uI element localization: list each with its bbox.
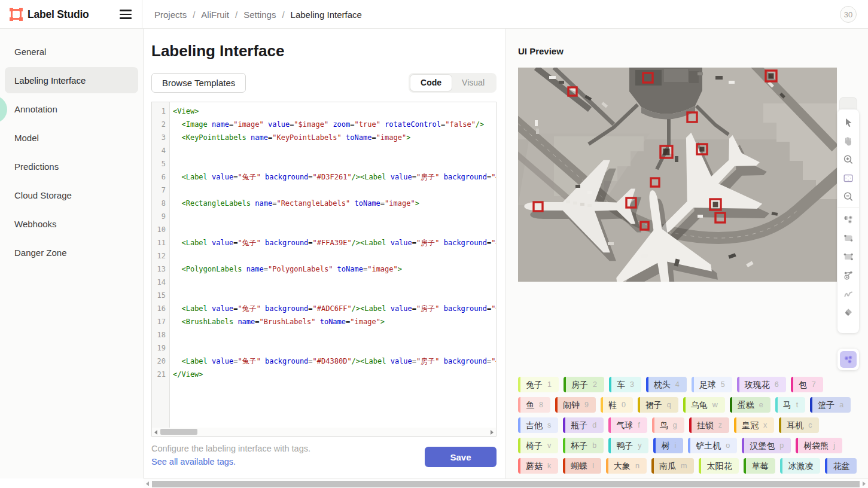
fit-screen-tool-icon[interactable] <box>839 169 858 187</box>
top-bar: Label Studio Projects / AliFruit / Setti… <box>0 0 868 29</box>
label-tag[interactable]: 大象 n <box>606 458 647 474</box>
line-number: 15 <box>152 289 170 302</box>
label-tag[interactable]: 皇冠 x <box>734 417 774 433</box>
label-row: 兔子 1 房子 2 车 3 枕头 4 足球 <box>518 377 864 392</box>
line-code <box>170 184 173 197</box>
line-number: 6 <box>152 170 170 184</box>
label-tag[interactable]: 树袋熊 j <box>796 438 842 453</box>
sidebar-item[interactable]: Model <box>5 124 138 151</box>
sidebar-item[interactable]: Labeling Interface <box>5 67 138 93</box>
label-hotkey: s <box>547 421 551 429</box>
line-code: <Label value="兔子" background="#D3F261"/>… <box>170 170 496 184</box>
label-tag[interactable]: 吉他 s <box>518 417 558 433</box>
sidebar-item[interactable]: Cloud Storage <box>5 182 138 208</box>
line-code: </View> <box>170 368 203 381</box>
polygon-tool-icon[interactable] <box>839 266 858 284</box>
label-tag[interactable]: 耳机 c <box>779 417 819 433</box>
label-tag[interactable]: 闹钟 9 <box>555 397 596 413</box>
label-tag[interactable]: 树 i <box>653 438 683 453</box>
label-tag[interactable]: 鱼 8 <box>518 397 550 413</box>
line-code: <Image name="image" value="$image" zoom=… <box>170 118 484 131</box>
line-number: 9 <box>152 210 170 223</box>
label-tag[interactable]: 鸭子 y <box>608 438 648 453</box>
page-scroll-left-arrow-icon[interactable] <box>146 481 149 486</box>
breadcrumb-separator: / <box>282 10 284 20</box>
label-tag[interactable]: 兔子 1 <box>518 377 559 392</box>
label-tag[interactable]: 椅子 v <box>518 438 558 453</box>
code-line: 10 <box>152 223 496 236</box>
label-tag[interactable]: 篮子 a <box>810 397 851 413</box>
breadcrumb-item[interactable]: Labeling Interface / <box>291 10 362 20</box>
preview-image[interactable] <box>518 68 837 282</box>
label-tag[interactable]: 马 t <box>775 397 805 413</box>
label-tag[interactable]: 鞋 0 <box>601 397 633 413</box>
code-line: 18 <box>152 328 496 341</box>
toggle-visual[interactable]: Visual <box>452 75 495 91</box>
browse-templates-button[interactable]: Browse Templates <box>151 73 246 93</box>
editor-scrollbar-thumb[interactable] <box>160 429 197 435</box>
pan-hand-tool-icon[interactable] <box>839 132 858 150</box>
label-tag[interactable]: 房子 2 <box>564 377 604 392</box>
label-text: 南瓜 <box>659 458 676 474</box>
breadcrumb-item[interactable]: Projects / <box>154 10 201 20</box>
label-tag[interactable]: 瓶子 d <box>563 417 604 433</box>
label-tag[interactable]: 冰激凌 <box>780 458 820 474</box>
sidebar-item[interactable]: Webhooks <box>5 211 138 237</box>
label-tag[interactable]: 挂锁 z <box>689 417 729 433</box>
label-tag[interactable]: 足球 5 <box>692 377 732 392</box>
label-tag[interactable]: 太阳花 <box>699 458 739 474</box>
label-tag[interactable]: 蝴蝶 l <box>563 458 601 474</box>
label-tag[interactable]: 花盆 <box>825 458 857 474</box>
sidebar-item[interactable]: Danger Zone <box>5 239 138 266</box>
label-tag[interactable]: 车 3 <box>609 377 641 392</box>
code-line: 11 <Label value="兔子" background="#FFA39E… <box>152 236 496 249</box>
toggle-code[interactable]: Code <box>410 75 452 91</box>
label-tag[interactable]: 玫瑰花 6 <box>737 377 786 392</box>
label-tag[interactable]: 草莓 <box>744 458 775 474</box>
breadcrumb-item[interactable]: AliFruit / <box>201 10 243 20</box>
rectangle-3point-tool-icon[interactable] <box>839 247 858 266</box>
pointer-tool-icon[interactable] <box>839 113 858 132</box>
save-button[interactable]: Save <box>425 447 497 467</box>
label-tag[interactable]: 蘑菇 k <box>518 458 558 474</box>
label-tag[interactable]: 枕头 4 <box>646 377 687 392</box>
label-text: 蛋糕 <box>738 397 754 413</box>
label-hotkey: b <box>592 441 596 450</box>
brush-tool-icon[interactable] <box>839 284 858 303</box>
label-tag[interactable]: 杯子 b <box>563 438 604 453</box>
label-text: 鸟 <box>660 417 668 433</box>
zoom-in-tool-icon[interactable] <box>839 150 858 169</box>
label-tag[interactable]: 蛋糕 e <box>730 397 770 413</box>
label-tag[interactable]: 乌龟 w <box>683 397 725 413</box>
scroll-right-arrow-icon[interactable] <box>491 430 494 435</box>
sidebar-nav: General Labeling Interface Annotation Mo… <box>0 29 143 266</box>
label-tag[interactable]: 鸟 g <box>652 417 684 433</box>
zoom-out-tool-icon[interactable] <box>839 187 858 206</box>
editor-content[interactable]: 1 <View> 2 <Image name="image" value="$i… <box>152 102 496 428</box>
magic-keypoints-tool-icon[interactable] <box>840 351 857 368</box>
eraser-tool-icon[interactable] <box>839 303 858 321</box>
breadcrumb-item[interactable]: Settings / <box>243 10 290 20</box>
label-tag[interactable]: 汉堡包 p <box>742 438 791 453</box>
label-tag[interactable]: 气球 f <box>608 417 647 433</box>
code-editor[interactable]: 1 <View> 2 <Image name="image" value="$i… <box>151 102 497 437</box>
rectangle-tool-icon[interactable] <box>839 228 858 247</box>
sidebar-item[interactable]: Annotation <box>5 96 138 122</box>
label-tag[interactable]: 南瓜 m <box>651 458 694 474</box>
label-tag[interactable]: 包 7 <box>791 377 823 392</box>
available-tags-link[interactable]: See all available tags. <box>151 457 236 466</box>
sidebar-item[interactable]: Predictions <box>5 153 138 179</box>
code-line: 9 <box>152 210 496 223</box>
keypoints-tool-icon[interactable] <box>839 210 858 228</box>
label-tag[interactable]: 裙子 q <box>638 397 678 413</box>
page-scroll-right-arrow-icon[interactable] <box>863 481 866 486</box>
toolbar-handle[interactable] <box>839 97 857 109</box>
label-tag[interactable]: 铲土机 o <box>688 438 737 453</box>
sidebar-item[interactable]: General <box>5 38 138 65</box>
line-code: <Label value="兔子" background="#FFA39E"/>… <box>170 236 496 249</box>
scroll-left-arrow-icon[interactable] <box>154 430 157 435</box>
label-studio-logo-icon[interactable] <box>9 7 23 22</box>
label-hotkey: d <box>592 421 596 429</box>
page-scrollbar-thumb[interactable] <box>152 481 860 487</box>
menu-hamburger-icon[interactable] <box>120 10 132 19</box>
